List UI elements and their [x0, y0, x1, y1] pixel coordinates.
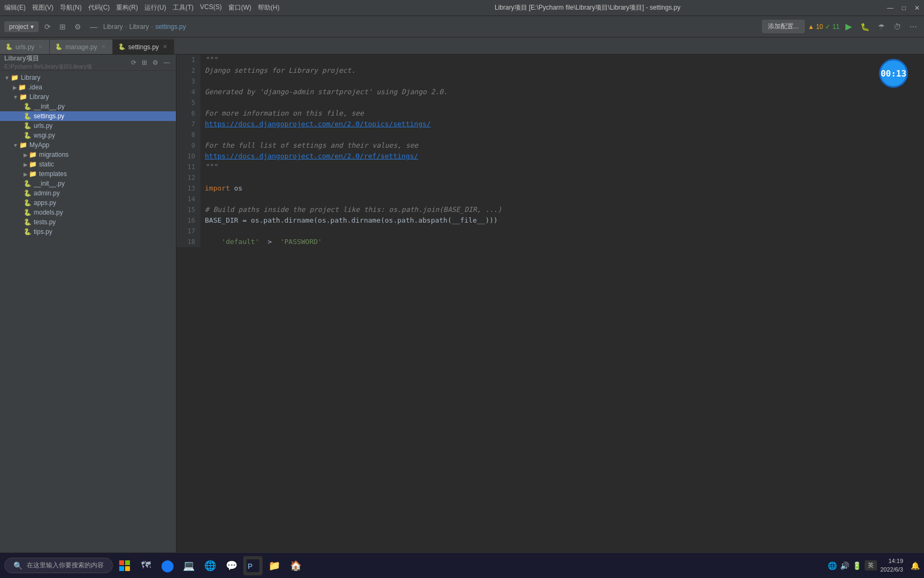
tree-item-idea[interactable]: ▶ 📁 .idea	[0, 82, 176, 92]
taskbar-network-icon[interactable]: 🌐	[828, 561, 837, 570]
run-button[interactable]: ▶	[843, 20, 854, 33]
profile-button[interactable]: ⏱	[891, 21, 904, 32]
tree-label: MyApp	[29, 141, 49, 149]
menu-code[interactable]: 代码(C)	[88, 3, 110, 12]
tree-label: __init__.py	[34, 180, 65, 187]
menu-edit[interactable]: 编辑(E)	[4, 3, 26, 12]
taskbar-start[interactable]	[115, 556, 134, 575]
tree-label: models.py	[34, 209, 63, 216]
window-controls[interactable]: — □ ✕	[887, 4, 920, 12]
taskbar-battery-icon[interactable]: 🔋	[852, 561, 861, 570]
windows-icon	[119, 560, 130, 571]
collapse-button[interactable]: —	[87, 21, 100, 32]
tree-item-tests[interactable]: 🐍 tests.py	[0, 217, 176, 227]
layout-button[interactable]: ⊞	[57, 21, 68, 32]
menu-nav[interactable]: 导航(N)	[60, 3, 82, 12]
tree-item-myapp[interactable]: ▼ 📁 MyApp	[0, 140, 176, 150]
tree-item-library-sub[interactable]: ▼ 📁 Library	[0, 92, 176, 102]
taskbar-circle[interactable]: ⬤	[158, 556, 177, 575]
taskbar-pycharm[interactable]: P	[243, 556, 263, 575]
sidebar-layout-btn[interactable]: ⊞	[140, 58, 149, 67]
breadcrumb-file[interactable]: settings.py	[155, 23, 186, 31]
close-button[interactable]: ✕	[914, 4, 920, 12]
menu-tools[interactable]: 工具(T)	[173, 3, 194, 12]
code-line-8: 8	[176, 130, 924, 140]
taskbar-search[interactable]: 🔍 在这里输入你要搜索的内容	[4, 558, 113, 573]
tree-item-admin[interactable]: 🐍 admin.py	[0, 188, 176, 198]
py-file-icon: 🐍	[24, 180, 32, 187]
coverage-button[interactable]: ☂	[875, 21, 888, 32]
timer-widget: 00:13	[879, 59, 908, 88]
menu-refactor[interactable]: 重构(R)	[116, 3, 138, 12]
windows-taskbar: 🔍 在这里输入你要搜索的内容 🗺 ⬤ 💻 🌐 💬 P 📁 🏠 🌐 🔊 🔋 英 1…	[0, 552, 924, 578]
taskbar-search-label: 在这里输入你要搜索的内容	[27, 561, 104, 570]
taskbar-explorer[interactable]: 💻	[179, 556, 198, 575]
tree-item-settings[interactable]: 🐍 settings.py	[0, 111, 176, 121]
tab-manage[interactable]: 🐍 manage.py ✕	[50, 39, 112, 54]
menu-run[interactable]: 运行(U)	[144, 3, 166, 12]
taskbar-notification-icon[interactable]: 🔔	[911, 561, 920, 570]
py-file-icon: 🐍	[24, 228, 32, 235]
tab-label-settings: settings.py	[128, 43, 159, 51]
taskbar-volume-icon[interactable]: 🔊	[840, 561, 849, 570]
sidebar-toolbar: ⟳ ⊞ ⚙ —	[129, 58, 172, 67]
breadcrumb: Library › Library › settings.py	[103, 23, 186, 31]
add-config-button[interactable]: 添加配置...	[762, 20, 805, 33]
tab-urls[interactable]: 🐍 urls.py ✕	[0, 39, 50, 54]
code-line-12: 12	[176, 172, 924, 183]
taskbar-chat[interactable]: 💬	[222, 556, 241, 575]
maximize-button[interactable]: □	[902, 4, 906, 12]
breadcrumb-library2[interactable]: Library	[129, 23, 149, 31]
tree-item-library-root[interactable]: ▼ 📁 Library	[0, 73, 176, 82]
tree-item-migrations[interactable]: ▶ 📁 migrations	[0, 150, 176, 159]
taskbar-folder[interactable]: 📁	[265, 556, 284, 575]
tree-item-wsgi[interactable]: 🐍 wsgi.py	[0, 131, 176, 140]
sidebar-collapse-btn[interactable]: —	[162, 58, 172, 67]
debug-button[interactable]: 🐛	[858, 21, 872, 32]
code-editor[interactable]: 1 """ 2 Django settings for Library proj…	[176, 55, 924, 563]
tree-item-tips[interactable]: 🐍 tips.py	[0, 227, 176, 237]
taskbar-map[interactable]: 🗺	[136, 556, 156, 575]
settings-button[interactable]: ⚙	[72, 21, 84, 32]
tree-item-apps[interactable]: 🐍 apps.py	[0, 198, 176, 208]
arrow-icon: ▶	[24, 152, 28, 158]
sync-button[interactable]: ⟳	[42, 21, 53, 32]
menu-view[interactable]: 视图(V)	[32, 3, 53, 12]
tree-item-init[interactable]: 🐍 __init__.py	[0, 102, 176, 111]
tree-label: tips.py	[34, 228, 52, 235]
tree-label: apps.py	[34, 199, 56, 207]
svg-rect-0	[119, 560, 124, 565]
taskbar-home[interactable]: 🏠	[286, 556, 305, 575]
tab-close-urls[interactable]: ✕	[37, 43, 44, 50]
arrow-icon: ▼	[13, 94, 18, 100]
tree-item-init2[interactable]: 🐍 __init__.py	[0, 179, 176, 188]
menu-vcs[interactable]: VCS(S)	[200, 3, 222, 12]
dropdown-icon: ▾	[30, 23, 34, 31]
tab-close-manage[interactable]: ✕	[100, 43, 107, 50]
taskbar-browser[interactable]: 🌐	[201, 556, 220, 575]
code-lines: 1 """ 2 Django settings for Library proj…	[176, 55, 924, 247]
menu-help[interactable]: 帮助(H)	[258, 3, 280, 12]
time-display: 14:19	[880, 557, 903, 565]
code-line-7: 7 https://docs.djangoproject.com/en/2.0/…	[176, 119, 924, 130]
more-button[interactable]: ⋯	[907, 21, 920, 32]
sidebar-sync-btn[interactable]: ⟳	[129, 58, 138, 67]
py-file-icon: 🐍	[24, 122, 32, 130]
menu-window[interactable]: 窗口(W)	[228, 3, 251, 12]
tree-item-static[interactable]: ▶ 📁 static	[0, 159, 176, 169]
tab-label-urls: urls.py	[16, 43, 34, 51]
project-selector[interactable]: project ▾	[4, 21, 38, 32]
breadcrumb-library1[interactable]: Library	[103, 23, 123, 31]
tab-settings[interactable]: 🐍 settings.py ✕	[113, 39, 174, 54]
menu-bar[interactable]: 编辑(E) 视图(V) 导航(N) 代码(C) 重构(R) 运行(U) 工具(T…	[4, 3, 280, 12]
tab-close-settings[interactable]: ✕	[161, 43, 168, 50]
tree-item-models[interactable]: 🐍 models.py	[0, 208, 176, 217]
minimize-button[interactable]: —	[887, 4, 894, 12]
svg-rect-3	[125, 566, 130, 571]
sidebar-settings-btn[interactable]: ⚙	[151, 58, 160, 67]
svg-text:P: P	[248, 562, 252, 571]
tree-item-urls[interactable]: 🐍 urls.py	[0, 121, 176, 131]
error-indicator: ▲ 10	[808, 23, 823, 31]
tree-item-templates[interactable]: ▶ 📁 templates	[0, 169, 176, 179]
taskbar-lang[interactable]: 英	[865, 560, 877, 571]
